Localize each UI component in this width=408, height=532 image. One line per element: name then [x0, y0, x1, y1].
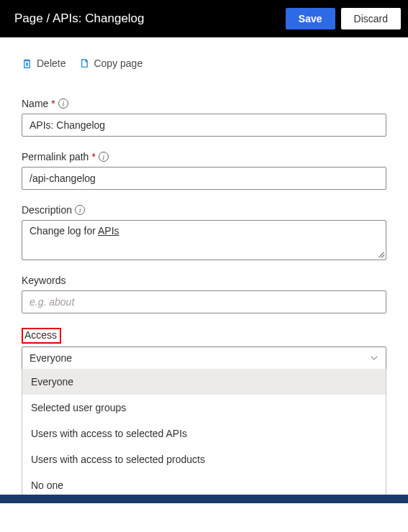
copy-label: Copy page — [94, 58, 142, 69]
description-label: Description i — [22, 204, 386, 216]
copy-page-button[interactable]: Copy page — [78, 58, 142, 69]
info-icon[interactable]: i — [58, 98, 68, 109]
chevron-down-icon — [370, 354, 378, 362]
permalink-field: Permalink path * i — [22, 151, 386, 190]
description-underlined: APIs — [98, 225, 119, 237]
page-header: Page / APIs: Changelog Save Discard — [0, 0, 408, 37]
keywords-input[interactable] — [22, 290, 386, 313]
access-option[interactable]: Selected user groups — [22, 395, 386, 421]
permalink-input[interactable] — [22, 167, 386, 190]
name-label: Name * i — [22, 98, 386, 109]
delete-button[interactable]: Delete — [22, 58, 65, 69]
access-selected: Everyone — [30, 352, 72, 364]
access-select[interactable]: Everyone — [22, 347, 386, 370]
delete-label: Delete — [37, 58, 65, 69]
keywords-field: Keywords — [22, 275, 386, 313]
access-option[interactable]: Users with access to selected products — [22, 446, 386, 472]
info-icon[interactable]: i — [99, 152, 109, 162]
discard-button[interactable]: Discard — [341, 8, 401, 29]
permalink-label: Permalink path * i — [22, 151, 386, 162]
toolbar: Delete Copy page — [0, 37, 408, 69]
access-label: Access — [24, 329, 57, 341]
form: Name * i Permalink path * i Description … — [0, 69, 408, 499]
description-field: Description i Change log for APIs — [22, 204, 386, 260]
save-button[interactable]: Save — [286, 8, 335, 29]
access-dropdown: Everyone Selected user groups Users with… — [22, 369, 386, 499]
access-option[interactable]: Everyone — [22, 369, 386, 395]
copy-icon — [78, 58, 89, 69]
name-field: Name * i — [22, 98, 386, 137]
page-title: Page / APIs: Changelog — [14, 12, 286, 26]
required-marker: * — [91, 151, 95, 162]
required-marker: * — [51, 98, 55, 109]
name-input[interactable] — [22, 114, 386, 137]
access-label-highlight: Access — [22, 328, 61, 344]
info-icon[interactable]: i — [75, 205, 85, 215]
trash-icon — [22, 58, 32, 69]
access-option[interactable]: Users with access to selected APIs — [22, 421, 386, 446]
access-field: Access Everyone Everyone Selected user g… — [22, 328, 386, 499]
keywords-label: Keywords — [22, 275, 386, 286]
description-input[interactable]: Change log for APIs — [22, 220, 386, 260]
footer-bar — [0, 495, 408, 503]
